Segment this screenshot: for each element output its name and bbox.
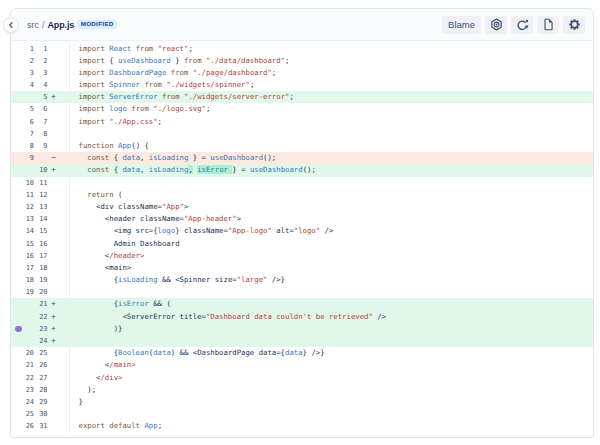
code-line: import React from "react"; bbox=[70, 43, 593, 55]
old-line-number[interactable]: 20 bbox=[11, 347, 34, 359]
old-line-number[interactable]: 1 bbox=[11, 43, 34, 55]
new-line-number[interactable]: 6 bbox=[34, 103, 48, 115]
diff-marker bbox=[48, 408, 60, 420]
old-line-number[interactable] bbox=[11, 335, 34, 347]
gutter-separator bbox=[60, 164, 71, 176]
new-line-number[interactable]: 17 bbox=[34, 250, 48, 262]
new-line-number[interactable]: 8 bbox=[34, 128, 48, 140]
new-line-number[interactable]: 28 bbox=[34, 384, 48, 396]
new-line-number[interactable]: 7 bbox=[34, 116, 48, 128]
old-line-number[interactable]: 9 bbox=[11, 152, 34, 164]
file-button[interactable] bbox=[537, 16, 559, 34]
diff-row: 1920 bbox=[11, 286, 593, 298]
gutter-separator bbox=[60, 201, 71, 213]
new-line-number[interactable]: 24 bbox=[34, 335, 48, 347]
new-line-number[interactable]: 21 bbox=[34, 298, 48, 310]
old-line-number[interactable]: 2 bbox=[11, 55, 34, 67]
diff-marker: + bbox=[48, 298, 60, 310]
gutter-separator bbox=[60, 67, 71, 79]
blame-button[interactable]: Blame bbox=[442, 16, 481, 34]
new-line-number[interactable]: 1 bbox=[34, 43, 48, 55]
code-line bbox=[70, 177, 593, 189]
nut-button[interactable] bbox=[485, 16, 507, 34]
new-line-number[interactable]: 22 bbox=[34, 311, 48, 323]
old-line-number[interactable]: 25 bbox=[11, 408, 34, 420]
new-line-number[interactable]: 27 bbox=[34, 372, 48, 384]
breadcrumb-dir[interactable]: src bbox=[27, 20, 39, 30]
old-line-number[interactable]: 17 bbox=[11, 262, 34, 274]
diff-row: 24+ bbox=[11, 335, 593, 347]
new-line-number[interactable]: 3 bbox=[34, 67, 48, 79]
gutter-separator bbox=[60, 311, 71, 323]
old-line-number[interactable]: 24 bbox=[11, 396, 34, 408]
new-line-number[interactable]: 19 bbox=[34, 274, 48, 286]
new-line-number[interactable]: 15 bbox=[34, 225, 48, 237]
new-line-number[interactable]: 16 bbox=[34, 238, 48, 250]
refresh-button[interactable] bbox=[511, 16, 533, 34]
old-line-number[interactable] bbox=[11, 91, 34, 103]
new-line-number[interactable]: 25 bbox=[34, 347, 48, 359]
code-line: import DashboardPage from "./page/dashbo… bbox=[70, 67, 593, 79]
new-line-number[interactable] bbox=[34, 152, 48, 164]
gutter-separator bbox=[60, 140, 71, 152]
old-line-number[interactable]: 15 bbox=[11, 238, 34, 250]
code-line: <header className="App-header"> bbox=[70, 213, 593, 225]
diff-marker bbox=[48, 213, 60, 225]
old-line-number[interactable]: 19 bbox=[11, 286, 34, 298]
new-line-number[interactable]: 5 bbox=[34, 91, 48, 103]
diff-marker: + bbox=[48, 311, 60, 323]
diff-marker bbox=[48, 238, 60, 250]
old-line-number[interactable]: 23 bbox=[11, 384, 34, 396]
diff-marker bbox=[48, 396, 60, 408]
old-line-number[interactable]: 12 bbox=[11, 201, 34, 213]
diff-marker: + bbox=[48, 323, 60, 335]
new-line-number[interactable]: 23 bbox=[34, 323, 48, 335]
old-line-number[interactable]: 14 bbox=[11, 225, 34, 237]
new-line-number[interactable]: 4 bbox=[34, 79, 48, 91]
new-line-number[interactable]: 14 bbox=[34, 213, 48, 225]
old-line-number[interactable]: 26 bbox=[11, 420, 34, 432]
old-line-number[interactable]: 8 bbox=[11, 140, 34, 152]
new-line-number[interactable]: 9 bbox=[34, 140, 48, 152]
old-line-number[interactable]: 16 bbox=[11, 250, 34, 262]
new-line-number[interactable]: 12 bbox=[34, 189, 48, 201]
new-line-number[interactable]: 31 bbox=[34, 420, 48, 432]
diff-row: 2530 bbox=[11, 408, 593, 420]
collapse-file-tree-button[interactable] bbox=[3, 17, 19, 33]
old-line-number[interactable]: 13 bbox=[11, 213, 34, 225]
old-line-number[interactable] bbox=[11, 311, 34, 323]
new-line-number[interactable]: 10 bbox=[34, 164, 48, 176]
diff-row: 1516 Admin Dashboard bbox=[11, 238, 593, 250]
settings-button[interactable] bbox=[563, 16, 585, 34]
new-line-number[interactable]: 30 bbox=[34, 408, 48, 420]
old-line-number[interactable]: 11 bbox=[11, 189, 34, 201]
new-line-number[interactable]: 11 bbox=[34, 177, 48, 189]
old-line-number[interactable]: 18 bbox=[11, 274, 34, 286]
gutter-separator bbox=[60, 347, 71, 359]
old-line-number[interactable]: 3 bbox=[11, 67, 34, 79]
diff-row: 67import "./App.css"; bbox=[11, 116, 593, 128]
old-line-number[interactable] bbox=[11, 164, 34, 176]
comment-indicator-dot[interactable] bbox=[15, 326, 22, 333]
old-line-number[interactable]: 22 bbox=[11, 372, 34, 384]
old-line-number[interactable]: 6 bbox=[11, 116, 34, 128]
new-line-number[interactable]: 13 bbox=[34, 201, 48, 213]
gutter-separator bbox=[60, 420, 71, 432]
old-line-number[interactable] bbox=[11, 298, 34, 310]
new-line-number[interactable]: 26 bbox=[34, 359, 48, 371]
gutter-separator bbox=[60, 262, 71, 274]
code-line: const { data, isLoading } = useDashboard… bbox=[70, 152, 593, 164]
old-line-number[interactable]: 10 bbox=[11, 177, 34, 189]
old-line-number[interactable]: 5 bbox=[11, 103, 34, 115]
new-line-number[interactable]: 29 bbox=[34, 396, 48, 408]
old-line-number[interactable]: 7 bbox=[11, 128, 34, 140]
diff-row: 78 bbox=[11, 128, 593, 140]
refresh-icon bbox=[516, 18, 529, 31]
new-line-number[interactable]: 18 bbox=[34, 262, 48, 274]
code-line: Admin Dashboard bbox=[70, 238, 593, 250]
new-line-number[interactable]: 20 bbox=[34, 286, 48, 298]
old-line-number[interactable]: 4 bbox=[11, 79, 34, 91]
new-line-number[interactable]: 2 bbox=[34, 55, 48, 67]
code-line bbox=[70, 286, 593, 298]
old-line-number[interactable]: 21 bbox=[11, 359, 34, 371]
